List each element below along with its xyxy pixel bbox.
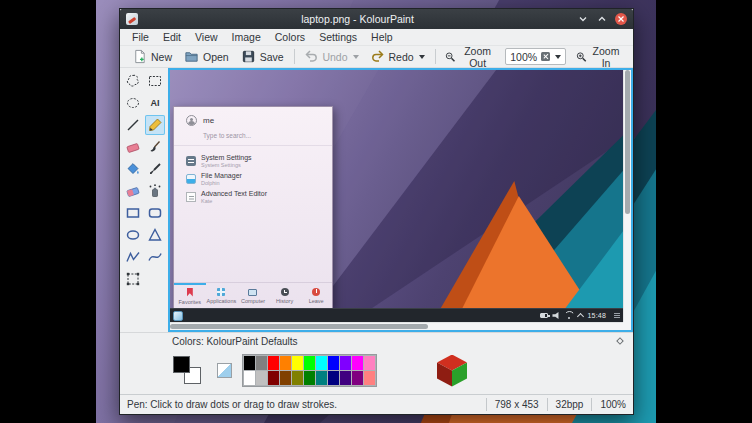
tool-connected-lines[interactable]	[123, 247, 143, 267]
transparent-color-button[interactable]	[217, 363, 232, 378]
rectangle-icon	[125, 205, 141, 221]
zoom-value[interactable]: 100%	[510, 51, 537, 63]
colors-dock: Colors: KolourPaint Defaults	[120, 332, 633, 394]
curve-icon	[147, 249, 163, 265]
redo-label: Redo	[389, 51, 414, 63]
palette-color[interactable]	[316, 356, 327, 370]
palette-color[interactable]	[256, 356, 267, 370]
color-swatch-pair[interactable]	[171, 353, 207, 389]
volume-icon	[552, 312, 560, 319]
zoom-tool-icon	[125, 271, 141, 287]
tool-curve[interactable]	[145, 247, 165, 267]
foreground-color-swatch[interactable]	[173, 356, 190, 373]
color-eraser-icon	[125, 183, 141, 199]
maximize-button[interactable]	[596, 13, 608, 25]
palette-color[interactable]	[292, 356, 303, 370]
launcher-tabbar: Favorites Applications Computer	[174, 282, 332, 309]
tool-brush[interactable]	[145, 137, 165, 157]
toolbar-separator	[294, 49, 295, 64]
list-item: System Settings System Settings	[174, 152, 332, 170]
system-settings-icon	[186, 156, 196, 166]
screenshot-root: laptop.png - KolourPaint File Edit View …	[0, 0, 752, 423]
redo-dropdown-icon[interactable]	[419, 55, 425, 59]
free-selection-icon	[125, 73, 141, 89]
tool-rectangle[interactable]	[123, 203, 143, 223]
clear-zoom-icon[interactable]	[541, 52, 550, 61]
status-zoom: 100%	[600, 399, 626, 410]
menu-image[interactable]: Image	[225, 31, 268, 43]
close-button[interactable]	[615, 13, 627, 25]
item-subtitle: Kate	[201, 198, 267, 204]
palette-color[interactable]	[304, 371, 315, 385]
palette-color[interactable]	[340, 356, 351, 370]
palette-color[interactable]	[280, 371, 291, 385]
item-title: File Manager	[201, 172, 242, 180]
palette-color[interactable]	[340, 371, 351, 385]
canvas-image[interactable]: me Type to search... System Settings Sys…	[170, 70, 623, 322]
menu-settings[interactable]: Settings	[312, 31, 364, 43]
new-button[interactable]: New	[126, 47, 178, 66]
main-toolbar: New Open Save	[120, 46, 633, 68]
vertical-scrollbar[interactable]	[623, 70, 631, 322]
tool-rounded-rectangle[interactable]	[145, 203, 165, 223]
palette-color[interactable]	[364, 356, 375, 370]
palette-color[interactable]	[280, 356, 291, 370]
tray-expand-icon	[577, 313, 584, 320]
tool-polygon[interactable]	[145, 225, 165, 245]
palette-color[interactable]	[268, 371, 279, 385]
tool-selection-rect[interactable]	[145, 71, 165, 91]
palette-color[interactable]	[352, 371, 363, 385]
bookmark-icon	[187, 288, 193, 297]
zoom-out-button[interactable]: Zoom Out	[439, 43, 501, 71]
tool-eraser[interactable]	[123, 137, 143, 157]
canvas-area[interactable]: me Type to search... System Settings Sys…	[168, 68, 633, 332]
dock-float-button[interactable]	[615, 336, 625, 346]
redo-button[interactable]: Redo	[365, 48, 431, 65]
tool-selection-free[interactable]	[123, 71, 143, 91]
tool-text[interactable]: AI	[145, 93, 165, 113]
undo-button[interactable]: Undo	[298, 48, 364, 65]
palette-color[interactable]	[244, 371, 255, 385]
menu-help[interactable]: Help	[364, 31, 400, 43]
undo-dropdown-icon[interactable]	[353, 55, 359, 59]
palette-color[interactable]	[244, 356, 255, 370]
titlebar[interactable]: laptop.png - KolourPaint	[120, 9, 633, 29]
palette-color[interactable]	[268, 356, 279, 370]
zoom-dropdown-icon[interactable]	[555, 55, 561, 59]
palette-color[interactable]	[316, 371, 327, 385]
palette-color[interactable]	[328, 371, 339, 385]
tool-flood-fill[interactable]	[123, 159, 143, 179]
menu-colors[interactable]: Colors	[268, 31, 312, 43]
palette-color[interactable]	[352, 356, 363, 370]
menu-edit[interactable]: Edit	[156, 31, 188, 43]
tool-spraycan[interactable]	[145, 181, 165, 201]
color-similarity-button[interactable]	[437, 355, 467, 387]
zoom-in-button[interactable]: Zoom In	[570, 43, 627, 71]
tool-color-picker[interactable]	[145, 159, 165, 179]
tool-selection-ellipse[interactable]	[123, 93, 143, 113]
palette-color[interactable]	[364, 371, 375, 385]
vertical-scrollbar-thumb[interactable]	[625, 70, 630, 214]
tool-ellipse[interactable]	[123, 225, 143, 245]
zoom-combobox[interactable]: 100%	[505, 48, 566, 65]
launcher-search-placeholder: Type to search...	[203, 132, 320, 139]
menu-view[interactable]: View	[188, 31, 225, 43]
palette-color[interactable]	[304, 356, 315, 370]
palette-color[interactable]	[328, 356, 339, 370]
tool-zoom[interactable]	[123, 269, 143, 289]
palette-color[interactable]	[292, 371, 303, 385]
new-label: New	[151, 51, 172, 63]
open-button[interactable]: Open	[178, 47, 235, 66]
tool-pen[interactable]	[145, 115, 165, 135]
save-button[interactable]: Save	[235, 47, 290, 66]
menu-file[interactable]: File	[125, 31, 156, 43]
list-item: File Manager Dolphin	[174, 170, 332, 188]
palette-color[interactable]	[256, 371, 267, 385]
tool-line[interactable]	[123, 115, 143, 135]
minimize-button[interactable]	[577, 13, 589, 25]
status-color-depth: 32bpp	[556, 399, 584, 410]
horizontal-scrollbar-thumb[interactable]	[170, 324, 428, 329]
horizontal-scrollbar[interactable]	[170, 322, 623, 330]
tool-color-eraser[interactable]	[123, 181, 143, 201]
toolbar-separator	[435, 49, 436, 64]
